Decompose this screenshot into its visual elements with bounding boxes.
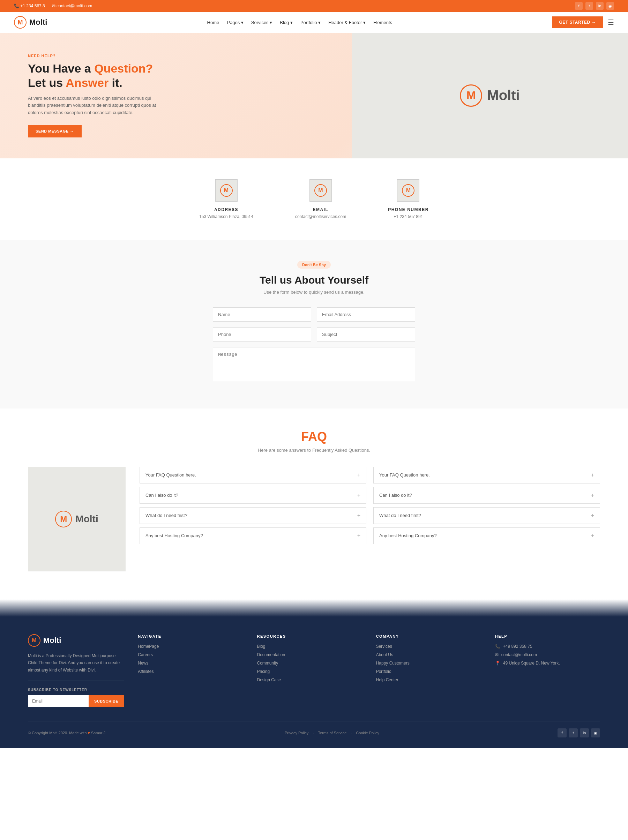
footer-col-company: COMPANY Services About Us Happy Customer… — [376, 634, 481, 707]
contact-email: M EMAIL contact@moltiservices.com — [295, 179, 346, 219]
faq-logo-text: Molti — [75, 513, 98, 525]
faq-col-left: Your FAQ Question here. + Can I also do … — [139, 467, 366, 544]
hamburger-icon[interactable]: ☰ — [608, 18, 614, 27]
footer-instagram-icon[interactable]: in — [580, 728, 589, 737]
email-input[interactable] — [317, 307, 415, 322]
footer-brand: M Molti Molti is a Professionally Design… — [28, 634, 124, 707]
footer-dribbble-icon[interactable]: ◉ — [591, 728, 600, 737]
footer-subscribe-button[interactable]: SUBSCRIBE — [89, 695, 124, 707]
footer-nav-careers[interactable]: Careers — [138, 652, 243, 657]
footer-email-input[interactable] — [28, 695, 89, 707]
footer: M Molti Molti is a Professionally Design… — [0, 617, 628, 748]
hero-title: You Have a Question? Let us Answer it. — [28, 62, 331, 90]
faq-item-right-2[interactable]: Can I also do it? + — [373, 487, 600, 504]
email-icon-box: M — [310, 179, 332, 202]
footer-col-navigate: NAVIGATE HomePage Careers News Affiliate… — [138, 634, 243, 707]
get-started-button[interactable]: GET STARTED → — [552, 16, 603, 28]
logo[interactable]: M Molti — [14, 16, 47, 28]
hero-logo-icon: M — [460, 84, 482, 107]
faq-item-right-4[interactable]: Any best Hosting Company? + — [373, 527, 600, 544]
footer-res-design-case[interactable]: Design Case — [257, 677, 362, 682]
phone-icon: 📞 — [14, 3, 19, 8]
topbar-email: ✉ contact@molti.com — [52, 3, 92, 8]
nav-pages[interactable]: Pages ▾ — [227, 20, 243, 25]
footer-privacy[interactable]: Privacy Policy — [285, 731, 308, 735]
faq-item-right-1[interactable]: Your FAQ Question here. + — [373, 467, 600, 483]
footer-facebook-icon[interactable]: f — [557, 728, 566, 737]
faq-columns: Your FAQ Question here. + Can I also do … — [139, 467, 600, 544]
footer-resources-title: RESOURCES — [257, 634, 362, 638]
topbar-contact: 📞 +1 234 567 8 ✉ contact@molti.com — [14, 3, 92, 8]
footer-res-pricing[interactable]: Pricing — [257, 669, 362, 674]
location-icon: 📍 — [495, 661, 500, 666]
nav-home[interactable]: Home — [207, 20, 220, 25]
hero-logo-m: M — [467, 89, 476, 102]
footer-nav-news[interactable]: News — [138, 661, 243, 666]
footer-logo-icon: M — [28, 634, 41, 647]
faq-section: FAQ Here are some answers to Frequently … — [0, 409, 628, 592]
send-message-button[interactable]: SEND MESSAGE → — [28, 125, 82, 137]
facebook-icon[interactable]: f — [575, 2, 583, 10]
hero-title-line1: You Have a Question? — [28, 62, 153, 75]
nav-right: GET STARTED → ☰ — [552, 16, 614, 28]
topbar-social: f t in ◉ — [575, 2, 614, 10]
footer-nav-affiliates[interactable]: Affiliates — [138, 669, 243, 674]
faq-subtitle: Here are some answers to Frequently Aske… — [28, 448, 600, 453]
faq-item-left-1[interactable]: Your FAQ Question here. + — [139, 467, 366, 483]
footer-res-community[interactable]: Community — [257, 661, 362, 666]
footer-logo: M Molti — [28, 634, 124, 647]
form-row-3 — [213, 347, 415, 382]
instagram-icon[interactable]: in — [596, 2, 604, 10]
footer-co-happy[interactable]: Happy Customers — [376, 661, 481, 666]
logo-text: Molti — [29, 18, 47, 27]
phone-input[interactable] — [213, 327, 311, 341]
contact-address: M ADDRESS 153 Williamson Plaza, 09514 — [199, 179, 253, 219]
faq-plus-icon: + — [357, 512, 361, 519]
hero-logo-area: M Molti — [352, 33, 628, 158]
footer-co-about[interactable]: About Us — [376, 652, 481, 657]
footer-bottom: © Copyright Molti 2020. Made with ♥ Sama… — [28, 721, 600, 737]
footer-twitter-icon[interactable]: t — [569, 728, 578, 737]
phone-label: PHONE NUMBER — [388, 207, 429, 212]
hero-need-help: NEED HELP? — [28, 54, 331, 58]
nav-header-footer[interactable]: Header & Footer ▾ — [328, 20, 365, 25]
footer-co-services[interactable]: Services — [376, 644, 481, 649]
faq-plus-icon: + — [591, 533, 594, 539]
footer-res-blog[interactable]: Blog — [257, 644, 362, 649]
twitter-icon[interactable]: t — [585, 2, 593, 10]
nav-blog[interactable]: Blog ▾ — [280, 20, 293, 25]
faq-plus-icon: + — [591, 492, 594, 499]
faq-item-left-3[interactable]: What do I need first? + — [139, 507, 366, 524]
footer-res-documentation[interactable]: Documentation — [257, 652, 362, 657]
footer-co-help[interactable]: Help Center — [376, 677, 481, 682]
nav-elements[interactable]: Elements — [373, 20, 392, 25]
faq-item-right-3[interactable]: What do I need first? + — [373, 507, 600, 524]
faq-plus-icon: + — [357, 492, 361, 499]
name-input[interactable] — [213, 307, 311, 322]
footer-terms[interactable]: Terms of Service — [318, 731, 346, 735]
faq-item-left-4[interactable]: Any best Hosting Company? + — [139, 527, 366, 544]
message-input[interactable] — [213, 347, 415, 382]
footer-cookie[interactable]: Cookie Policy — [356, 731, 379, 735]
dribbble-icon[interactable]: ◉ — [606, 2, 614, 10]
faq-plus-icon: + — [591, 472, 594, 478]
footer-help-email: ✉ contact@molti.com — [495, 652, 600, 657]
footer-copyright: © Copyright Molti 2020. Made with ♥ Sama… — [28, 731, 106, 735]
faq-logo: M Molti — [55, 511, 98, 527]
form-subtitle: Use the form below to quickly send us a … — [28, 289, 600, 295]
footer-bottom-links: Privacy Policy · Terms of Service · Cook… — [285, 731, 379, 735]
nav-portfolio[interactable]: Portfolio ▾ — [301, 20, 321, 25]
address-icon: M — [220, 184, 233, 197]
subject-input[interactable] — [317, 327, 415, 341]
faq-col-right: Your FAQ Question here. + Can I also do … — [373, 467, 600, 544]
footer-col-help: HELP 📞 +49 892 358 75 ✉ contact@molti.co… — [495, 634, 600, 707]
hero-answer: Answer — [66, 76, 109, 89]
footer-co-portfolio[interactable]: Portfolio — [376, 669, 481, 674]
nav-services[interactable]: Services ▾ — [251, 20, 272, 25]
nav-links: Home Pages ▾ Services ▾ Blog ▾ Portfolio… — [207, 20, 392, 25]
footer-subscribe-label: SUBSCRIBE TO NEWSLETTER — [28, 688, 124, 692]
footer-col-resources: RESOURCES Blog Documentation Community P… — [257, 634, 362, 707]
faq-item-left-2[interactable]: Can I also do it? + — [139, 487, 366, 504]
footer-nav-homepage[interactable]: HomePage — [138, 644, 243, 649]
faq-body: M Molti Your FAQ Question here. + Can I … — [28, 467, 600, 572]
